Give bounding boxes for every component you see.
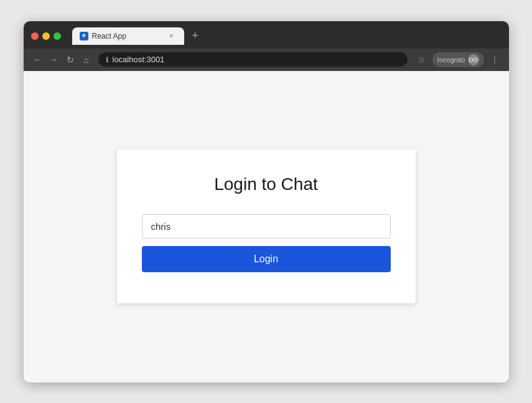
active-tab[interactable]: ⚛ React App × <box>72 27 184 45</box>
more-button[interactable]: ⋮ <box>488 53 502 67</box>
browser-chrome: ⚛ React App × + ← → ↻ ⌂ ℹ localhost:3001… <box>24 21 509 71</box>
browser-actions: ☆ Incognito OO ⋮ <box>415 52 502 67</box>
username-input[interactable] <box>142 214 391 239</box>
star-button[interactable]: ☆ <box>415 53 429 67</box>
login-button[interactable]: Login <box>142 246 391 272</box>
info-icon: ℹ <box>106 55 109 64</box>
tab-favicon-icon: ⚛ <box>80 32 88 40</box>
login-card: Login to Chat Login <box>117 149 416 303</box>
tabs-area: ⚛ React App × + <box>72 27 502 45</box>
home-button[interactable]: ⌂ <box>80 53 93 67</box>
reload-button[interactable]: ↻ <box>63 53 77 67</box>
browser-window: ⚛ React App × + ← → ↻ ⌂ ℹ localhost:3001… <box>24 21 509 382</box>
incognito-badge: Incognito OO <box>432 52 484 67</box>
traffic-lights <box>31 32 61 40</box>
url-text: localhost:3001 <box>113 55 165 64</box>
new-tab-button[interactable]: + <box>187 27 204 45</box>
nav-buttons: ← → ↻ ⌂ <box>31 53 93 67</box>
forward-button[interactable]: → <box>47 53 61 67</box>
incognito-icon: OO <box>468 54 479 65</box>
incognito-label: Incognito <box>437 56 465 64</box>
login-title: Login to Chat <box>142 174 391 194</box>
address-bar: ← → ↻ ⌂ ℹ localhost:3001 ☆ Incognito OO … <box>24 49 509 71</box>
minimize-button[interactable] <box>42 32 50 40</box>
maximize-button[interactable] <box>54 32 61 40</box>
tab-title: React App <box>92 32 163 40</box>
back-button[interactable]: ← <box>31 53 45 67</box>
page-content: Login to Chat Login <box>24 71 509 382</box>
title-bar: ⚛ React App × + <box>24 21 509 49</box>
url-bar[interactable]: ℹ localhost:3001 <box>98 52 408 67</box>
close-button[interactable] <box>31 32 39 40</box>
tab-close-button[interactable]: × <box>167 31 177 41</box>
